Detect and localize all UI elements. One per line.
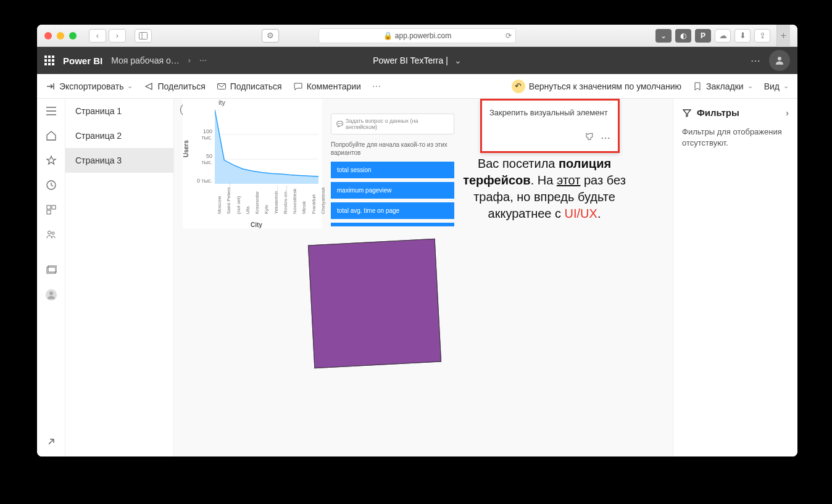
page-tab-1[interactable]: Страница 1 (65, 99, 173, 123)
recent-nav-button[interactable] (45, 179, 57, 191)
app-launcher-button[interactable] (44, 56, 54, 65)
pinterest-icon: P (701, 31, 705, 40)
gear-icon: ⚙︎ (267, 31, 274, 40)
comments-button[interactable]: Комментарии (293, 81, 361, 91)
share-icon: ⇪ (759, 31, 766, 40)
page-list: Страница 1 Страница 2 Страница 3 (65, 99, 174, 456)
xtick: Krasnodar (254, 191, 260, 214)
pin-tooltip-title: Закрепить визуальный элемент (489, 108, 610, 117)
users-by-city-chart[interactable]: ity Users City 0 тыс. 50 тыс. 100 тыс. M… (183, 99, 322, 228)
bookmarks-button[interactable]: Закладки ⌄ (693, 81, 753, 91)
pinterest-extension-button[interactable]: P (695, 29, 711, 43)
lock-icon: 🔒 (383, 31, 393, 40)
comment-icon (293, 81, 303, 91)
xtick: Rostov-on-… (283, 185, 288, 214)
xtick: Saint Peters… (226, 182, 231, 214)
workspaces-nav-button[interactable] (45, 264, 57, 276)
qna-suggestion-3[interactable]: total avg. time on page (331, 202, 454, 219)
xtick: Chelyabinsk (320, 187, 326, 214)
chevron-down-icon: ⌄ (747, 82, 753, 90)
app-header: Power BI Моя рабочая о… › ⋯ Power BI Tex… (37, 47, 797, 74)
report-toolbar: Экспортировать ⌄ Поделиться Подписаться … (37, 74, 797, 99)
chevron-down-icon: ⌄ (127, 82, 133, 90)
sidebar-toggle-button[interactable] (135, 29, 152, 43)
nav-forward-button[interactable]: › (109, 29, 126, 43)
qna-try-label: Попробуйте для начала какой-то из этих в… (331, 141, 454, 157)
overlay-caption: Вас посетила полиция терфейсов. На этот … (458, 155, 631, 222)
page-tab-3[interactable]: Страница 3 (65, 148, 173, 173)
workspace-breadcrumb[interactable]: Моя рабочая о… (111, 56, 179, 65)
download-icon: ⬇︎ (739, 31, 746, 40)
filters-empty-message: Фильтры для отображения отсутствуют. (682, 126, 789, 149)
xtick: Yekaterinb… (273, 186, 279, 214)
qna-suggestion-1[interactable]: total session (331, 162, 454, 178)
ytick-1: 50 тыс. (194, 153, 212, 165)
xtick: Kyiv (264, 205, 269, 214)
profile-nav-button[interactable] (45, 289, 57, 301)
undo-icon: ↶ (512, 80, 525, 93)
report-dropdown-icon[interactable]: ⌄ (454, 56, 462, 65)
pocket-extension-button[interactable]: ⌄ (655, 29, 672, 43)
page-tab-2[interactable]: Страница 2 (65, 123, 173, 148)
close-window-button[interactable] (44, 32, 52, 39)
chart-xlabel: City (251, 221, 262, 228)
url-host: app.powerbi.com (395, 31, 451, 40)
qna-suggestion-2[interactable]: maximum pageview (331, 182, 454, 199)
hamburger-menu-button[interactable] (45, 105, 57, 117)
reload-icon[interactable]: ⟳ (505, 31, 512, 40)
qna-suggestion-more[interactable] (331, 223, 454, 226)
svg-point-2 (778, 57, 781, 60)
filters-title: Фильтры (697, 107, 739, 118)
user-avatar[interactable] (769, 50, 790, 71)
swirl-icon: ◐ (680, 31, 686, 40)
more-breadcrumb-icon[interactable]: ⋯ (199, 56, 207, 65)
chart-ylabel: Users (183, 140, 189, 157)
downloads-button[interactable]: ⬇︎ (734, 29, 751, 43)
toolbar-more-icon[interactable]: ⋯ (372, 81, 381, 91)
nav-rail (37, 99, 65, 456)
apps-nav-button[interactable] (45, 204, 57, 216)
pin-icon[interactable] (586, 132, 596, 144)
svg-point-9 (52, 232, 54, 234)
pin-more-icon[interactable]: ⋯ (601, 132, 610, 144)
svg-rect-6 (52, 205, 56, 209)
icloud-button[interactable]: ☁︎ (715, 29, 731, 43)
share-button[interactable]: ⇪ (754, 29, 770, 43)
qna-visual[interactable]: 💬 Задать вопрос о данных (на английском)… (331, 114, 454, 230)
new-tab-button[interactable]: + (776, 25, 790, 47)
header-more-icon[interactable]: ⋯ (751, 55, 760, 67)
cloud-icon: ☁︎ (719, 31, 727, 40)
expand-nav-button[interactable] (45, 436, 57, 448)
browser-titlebar: ‹ › ⚙︎ 🔒 app.powerbi.com ⟳ ⌄ ◐ P ☁︎ ⬇︎ ⇪… (37, 25, 797, 47)
svg-point-13 (49, 292, 53, 295)
home-nav-button[interactable] (45, 130, 57, 142)
view-button[interactable]: Вид ⌄ (764, 81, 789, 91)
xtick: Frankfurt (311, 194, 317, 214)
xtick: Novosibirsk (292, 189, 297, 214)
purple-shape-visual[interactable] (308, 239, 441, 369)
settings-gear-button[interactable]: ⚙︎ (262, 29, 279, 43)
chevron-right-icon: › (188, 56, 191, 65)
collapse-filters-icon[interactable]: › (786, 107, 789, 118)
extension-button-2[interactable]: ◐ (675, 29, 691, 43)
export-icon (46, 81, 56, 91)
svg-point-8 (48, 231, 51, 234)
filters-pane: Фильтры › Фильтры для отображения отсутс… (673, 99, 797, 456)
xtick: Minsk (301, 201, 307, 214)
svg-rect-0 (139, 32, 148, 39)
shared-nav-button[interactable] (45, 228, 57, 241)
xtick: Ufa (245, 207, 251, 214)
maximize-window-button[interactable] (69, 32, 77, 39)
chart-plot-area (215, 110, 318, 184)
qna-input[interactable]: 💬 Задать вопрос о данных (на английском) (331, 114, 454, 134)
reset-to-default-button[interactable]: ↶ Вернуться к значениям по умолчанию (512, 80, 681, 93)
pin-visual-tooltip: Закрепить визуальный элемент ⋯ (480, 99, 620, 153)
export-button[interactable]: Экспортировать ⌄ (46, 81, 133, 91)
minimize-window-button[interactable] (57, 32, 64, 39)
address-bar[interactable]: 🔒 app.powerbi.com ⟳ (318, 28, 516, 43)
share-report-button[interactable]: Поделиться (144, 81, 205, 91)
favorites-nav-button[interactable] (45, 154, 57, 167)
subscribe-button[interactable]: Подписаться (217, 81, 282, 91)
nav-back-button[interactable]: ‹ (89, 29, 106, 43)
xtick: Moscow (217, 196, 222, 214)
